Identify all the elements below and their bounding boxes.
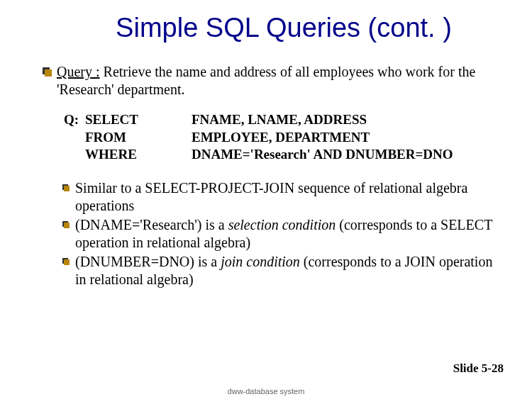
sql-row-select: Q: SELECT FNAME, LNAME, ADDRESS (64, 111, 504, 129)
kw-where: WHERE (85, 146, 192, 164)
slide-title: Simple SQL Queries (cont. ) (64, 13, 504, 43)
sub-bullet-list: Similar to a SELECT-PROJECT-JOIN sequenc… (62, 179, 504, 288)
sql-block: Q: SELECT FNAME, LNAME, ADDRESS FROM EMP… (64, 111, 504, 164)
kw-select: SELECT (85, 111, 192, 129)
slide-number: Slide 5-28 (453, 361, 504, 376)
val-from: EMPLOYEE, DEPARTMENT (192, 129, 370, 147)
query-label: Query : (57, 64, 100, 79)
q-prefix: Q: (64, 111, 85, 129)
val-where: DNAME='Research' AND DNUMBER=DNO (192, 146, 453, 164)
query-text: Query : Retrieve the name and address of… (57, 63, 504, 99)
sql-row-where: WHERE DNAME='Research' AND DNUMBER=DNO (64, 146, 504, 164)
bullet-icon (62, 258, 68, 264)
list-item: Similar to a SELECT-PROJECT-JOIN sequenc… (62, 179, 504, 215)
slide: Simple SQL Queries (cont. ) Query : Retr… (0, 0, 532, 404)
bullet-icon (62, 221, 68, 227)
footer-text: dww-database system (0, 387, 532, 395)
list-item: (DNAME='Research') is a selection condit… (62, 216, 504, 252)
query-body: Retrieve the name and address of all emp… (57, 64, 475, 97)
sub-text: (DNAME='Research') is a (75, 217, 228, 232)
sub-em: selection condition (228, 217, 336, 232)
sub-em: join condition (221, 254, 300, 269)
kw-from: FROM (85, 129, 192, 147)
sub-text: Similar to a SELECT-PROJECT-JOIN sequenc… (75, 180, 467, 213)
list-item: (DNUMBER=DNO) is a join condition (corre… (62, 253, 504, 288)
sql-row-from: FROM EMPLOYEE, DEPARTMENT (64, 129, 504, 147)
sub-text: (DNUMBER=DNO) is a (75, 254, 221, 269)
bullet-icon (43, 67, 50, 74)
val-select: FNAME, LNAME, ADDRESS (192, 111, 367, 129)
query-bullet: Query : Retrieve the name and address of… (43, 63, 504, 99)
bullet-icon (62, 184, 68, 190)
